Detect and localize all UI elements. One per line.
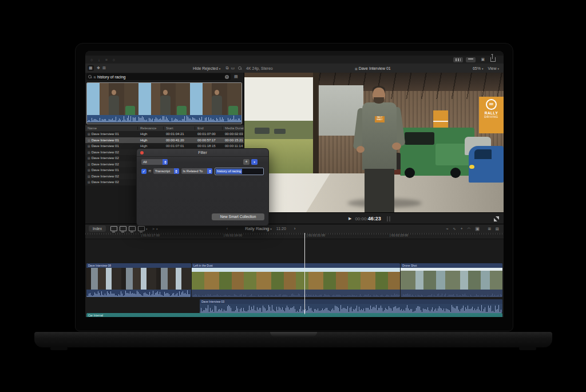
rule-value-input[interactable]: history of racing — [215, 168, 264, 175]
next-project-chevron[interactable]: › — [294, 226, 296, 231]
duplicate-range-icon[interactable]: ⧉ — [225, 66, 228, 70]
solo-icon[interactable]: + — [461, 227, 463, 231]
rows-icon — [468, 58, 473, 61]
audio-meter-right[interactable] — [389, 216, 390, 221]
ruler-timecode: | 01:02:17:00 — [141, 233, 160, 237]
sidebar-toggle-icon[interactable]: ▦ — [88, 65, 94, 71]
tool-select-icon[interactable]: ➤▾ — [152, 227, 158, 231]
viewer-transport-bar: ▶ 00:00: 46:23 — [244, 212, 504, 224]
viewer-zoom-menu[interactable]: 65%▾ — [473, 66, 484, 70]
filter-rule-row: ✓ ≋ Transcript Is Related To history of … — [141, 168, 264, 175]
interview-subject: RALLY READY — [357, 78, 402, 212]
timeline-layout-button[interactable] — [466, 57, 476, 62]
skimming-icon[interactable]: ≈ — [446, 227, 449, 231]
toolbar-icon-2[interactable]: ≡ — [105, 58, 108, 62]
playhead[interactable] — [304, 233, 305, 314]
import-icon[interactable]: ↓ — [98, 58, 100, 62]
filter-window[interactable]: Filter All + ▾ ✓ ≋ Transcript Is Rel — [136, 148, 269, 226]
insert-clip-icon[interactable] — [120, 226, 126, 231]
window-titlebar — [85, 51, 504, 56]
audio-waveform — [86, 290, 191, 297]
search-icon[interactable] — [238, 66, 241, 70]
chevron-down-icon: ▾ — [219, 67, 221, 70]
play-icon[interactable]: ▶ — [349, 216, 351, 221]
pane-header-bar: ▦ ❖ ⊞ Hide Rejected▾ ⧉ ▭ 4K 24p, Stereo … — [85, 64, 504, 73]
audio-meter-left[interactable] — [387, 216, 388, 221]
timeline-clip-video[interactable]: Drone Shot — [401, 263, 502, 297]
toolbar-icon-1[interactable]: ○ — [90, 58, 93, 62]
browser-layout-button[interactable] — [453, 57, 463, 62]
viewer-view-menu[interactable]: View▾ — [488, 66, 499, 70]
photos-audio-icon[interactable]: ❖ — [97, 66, 100, 70]
laptop-foot — [50, 347, 68, 350]
chevron-down-icon: ▾ — [146, 227, 148, 231]
project-duration: 11:20 — [276, 227, 286, 231]
share-icon[interactable] — [490, 57, 496, 62]
timeline-clip-video[interactable]: Dave Interview 08 — [86, 263, 191, 297]
laptop-foot — [519, 347, 536, 350]
titles-generators-icon[interactable]: ⊞ — [102, 66, 106, 70]
hide-rejected-filter[interactable]: Hide Rejected▾ — [193, 66, 220, 70]
effects-browser-icon[interactable]: ⊞ — [488, 227, 490, 231]
filmstrip-frame — [87, 83, 138, 115]
transcript-icon: ≋ — [93, 75, 96, 79]
timeline-clip-audio[interactable]: Dave Interview 03 — [200, 299, 502, 313]
timecode-hours: 00:00: — [355, 216, 367, 221]
shirt-logo: RALLY READY — [375, 116, 385, 122]
filter-window-titlebar[interactable]: Filter — [137, 149, 268, 157]
clip-appearance-icon[interactable]: ▣ — [475, 227, 480, 231]
clip-filmstrip-icon[interactable]: ▭ — [231, 66, 235, 70]
search-icon — [88, 75, 92, 78]
close-icon[interactable] — [140, 151, 144, 155]
ruler-timecode: | 01:02:19:00 — [224, 233, 242, 237]
clear-search-icon[interactable]: × — [225, 75, 229, 79]
top-toolbar: ○ ↓ ≡ ○ ▣ — [85, 56, 504, 64]
index-button[interactable]: Index — [89, 225, 106, 232]
add-rule-dropdown[interactable]: ▾ — [251, 159, 258, 165]
audio-waveform — [200, 304, 502, 313]
fullscreen-icon[interactable] — [494, 216, 499, 221]
match-dropdown[interactable]: All — [141, 159, 168, 165]
transitions-browser-icon[interactable]: ▤ — [496, 227, 499, 231]
green-rally-truck — [400, 128, 474, 176]
add-rule-button[interactable]: + — [243, 159, 250, 165]
stage: ○ ↓ ≡ ○ ▣ ▦ ❖ ⊞ Hide Rejecte — [0, 0, 586, 392]
timeline-tracks: Dave Interview 08 Left in the Dust Drone… — [85, 239, 504, 317]
column-relevance: Relevance — [138, 126, 164, 130]
project-name-menu[interactable]: Rally Racing▾ — [245, 226, 272, 231]
audio-skimming-icon[interactable]: ∿ — [453, 227, 456, 231]
browser-list-row[interactable]: ▤Dave Interview 01High00:01:04:2100:01:0… — [85, 131, 244, 137]
rally-ready-sign: RR RALLY DRIVING — [479, 97, 504, 133]
previous-project-chevron[interactable]: ‹ — [226, 226, 228, 231]
rule-condition-dropdown[interactable]: Is Related To — [181, 168, 213, 174]
columns-icon — [456, 58, 461, 61]
column-name: Name — [85, 126, 138, 130]
inspector-icon[interactable]: ▣ — [481, 57, 485, 62]
overwrite-clip-icon[interactable] — [138, 226, 145, 231]
viewer-pane: RR RALLY DRIVING RALLY READY — [244, 73, 504, 224]
audio-waveform — [401, 290, 502, 297]
viewer-video[interactable]: RR RALLY DRIVING RALLY READY — [244, 73, 504, 212]
laptop-base — [34, 332, 552, 347]
timeline-pane: Index ▾ ➤▾ ‹ Rally Racing▾ 11:20 › ≈ — [85, 224, 504, 317]
rule-checkbox[interactable]: ✓ — [141, 169, 146, 174]
timeline-clip-audio[interactable]: Car Internal — [86, 313, 502, 317]
view-toggle-icon[interactable]: ▤ — [234, 74, 238, 79]
stepper-icon — [207, 168, 212, 174]
timeline-clip-video[interactable]: Left in the Dust — [192, 263, 400, 297]
snapping-icon[interactable]: ◠ — [468, 227, 471, 231]
rule-type-dropdown[interactable]: Transcript — [153, 168, 179, 174]
timecode-current: 46:23 — [368, 216, 381, 221]
door-frame-top — [244, 73, 319, 77]
filmstrip-frame — [138, 83, 190, 115]
search-input[interactable]: ≋ history of racing × — [86, 73, 231, 80]
audio-waveform — [192, 290, 400, 297]
format-info: 4K 24p, Stereo — [246, 66, 273, 70]
new-smart-collection-button[interactable]: New Smart Collection — [212, 213, 264, 220]
filmstrip-selected-clip[interactable] — [86, 82, 242, 124]
connect-clip-icon[interactable] — [110, 226, 117, 231]
browser-list-row[interactable]: ▤Dave Interview 01High00:00:41:2000:00:5… — [85, 137, 244, 144]
column-end: End — [195, 126, 223, 130]
toolbar-icon-3[interactable]: ○ — [113, 58, 115, 62]
append-clip-icon[interactable] — [129, 226, 136, 231]
